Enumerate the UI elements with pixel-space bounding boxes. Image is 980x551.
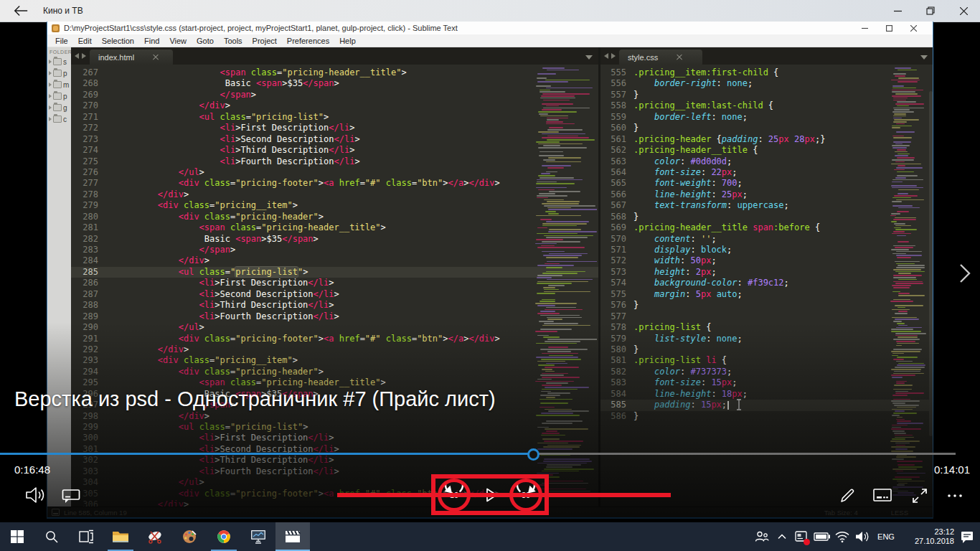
seek-bar[interactable] [0,453,956,455]
file-explorer-icon [112,529,129,544]
tab-close-icon[interactable] [153,55,159,60]
code-line: 572 width: 50px; [600,255,933,266]
tab-style-css[interactable]: style.css [619,50,702,65]
tab-overflow-icon[interactable] [920,55,928,60]
taskbar-start-button[interactable] [0,522,34,551]
tab-close-icon[interactable] [677,55,682,60]
code-line: 577 [600,311,933,322]
code-line: 561.pricing-header {padding: 25px 28px;} [600,134,933,145]
left-code-area[interactable]: 267 <span class="pricing-header__title">… [71,65,598,507]
expand-arrow-icon[interactable] [49,60,52,64]
code-line: 571 display: block; [600,245,933,255]
tray-notify-app-button[interactable] [793,522,811,551]
tray-chevron-up-button[interactable] [773,522,791,551]
tab-next-icon [82,53,86,59]
clock[interactable]: 23:12 27.10.2018 [901,527,954,546]
sublime-close-button[interactable] [901,22,925,34]
subtitles-button[interactable] [61,486,81,506]
code-line: 567 text-transform: uppercase; [600,200,933,211]
taskbar-chrome-button[interactable] [207,522,241,551]
expand-arrow-icon[interactable] [49,71,52,75]
taskbar-movies-tv-button[interactable] [275,522,310,551]
tray-tray-volume-button[interactable] [854,522,871,551]
code-line: 564 font-size: 22px; [600,167,933,178]
video-title: Верстка из psd - Одностраничник #7 (Прай… [14,387,496,411]
menu-file[interactable]: File [50,37,73,45]
code-line: 275 <li>Fourth Description</li> [71,156,598,167]
action-center-button[interactable] [958,522,976,551]
expand-arrow-icon[interactable] [49,94,52,98]
code-line: 563 color: #0d0d0d; [600,156,933,167]
taskbar-task-view-button[interactable] [69,522,103,551]
menu-project[interactable]: Project [248,37,282,45]
sublime-maximize-button[interactable] [877,22,901,34]
minimize-button[interactable] [881,0,914,22]
code-line: 281 <span class="pricing-header__title"> [71,222,598,233]
code-line: 286 <li>First Description</li> [71,278,598,288]
menu-preferences[interactable]: Preferences [282,37,334,45]
close-icon [960,7,968,15]
taskbar-photos-button[interactable] [241,522,275,551]
folder-item[interactable]: p [47,90,71,102]
left-tabstrip: index.html [71,47,598,65]
back-button[interactable] [9,2,33,19]
task-view-icon [78,529,94,544]
tray-people-button[interactable] [753,522,771,551]
taskbar-file-explorer-button[interactable] [103,522,138,551]
time-remaining: 0:14:01 [934,463,970,476]
folders-sidebar[interactable]: FOLDERS spmpgc [47,47,71,507]
folder-item[interactable]: s [47,56,71,67]
tab-index-html[interactable]: index.html [90,50,173,65]
right-code-area[interactable]: 555.pricing__item:first-child {556 borde… [600,65,933,507]
fullscreen-button[interactable] [910,486,930,506]
tab-overflow-icon[interactable] [585,55,593,60]
code-line: 270 </div> [71,100,598,111]
syntax-indicator[interactable]: LESS [891,509,908,517]
expand-arrow-icon[interactable] [49,83,52,87]
menu-edit[interactable]: Edit [73,37,97,45]
folder-item[interactable]: c [47,113,71,125]
close-button[interactable] [947,0,980,22]
menu-view[interactable]: View [164,37,192,45]
restore-button[interactable] [914,0,947,22]
expand-arrow-icon[interactable] [49,105,52,110]
menu-tools[interactable]: Tools [219,37,248,45]
folder-item[interactable]: m [47,79,71,90]
taskbar-paint-button[interactable] [172,522,207,551]
edit-button[interactable] [837,486,857,506]
code-line: 574 background-color: #f39c12; [600,278,933,288]
tab-nav-arrows[interactable] [600,47,619,65]
code-line: 267 <span class="pricing-header__title"> [71,67,598,78]
code-line: 284 </div> [71,255,598,266]
taskbar-search-button[interactable] [34,522,69,551]
tab-prev-icon [604,53,608,59]
left-minimap[interactable] [535,65,597,507]
language-indicator[interactable]: ENG [875,532,897,541]
more-button[interactable] [945,486,965,506]
tab-nav-arrows[interactable] [71,47,90,65]
menu-find[interactable]: Find [139,37,164,45]
folder-icon [53,93,62,100]
tab-size-indicator[interactable]: Tab Size: 4 [824,509,858,517]
right-minimap[interactable] [890,65,928,507]
mini-player-button[interactable] [872,486,893,506]
code-line: 283 </span> [71,245,598,255]
sublime-logo-icon [52,24,60,32]
taskbar-snipping-tool-button[interactable] [138,522,172,551]
menu-help[interactable]: Help [334,37,361,45]
sublime-minimize-button[interactable] [852,22,877,34]
folder-item[interactable]: p [47,67,71,79]
next-video-button[interactable] [957,263,973,284]
tray-battery-button[interactable] [814,522,831,551]
seek-knob[interactable] [527,448,540,461]
folder-item[interactable]: g [47,102,71,113]
right-scrollbar[interactable] [929,65,933,507]
app-window-controls [881,0,980,22]
menu-selection[interactable]: Selection [97,37,139,45]
expand-arrow-icon[interactable] [49,117,52,121]
menu-goto[interactable]: Goto [192,37,219,45]
tray-wifi-button[interactable] [834,522,851,551]
code-line: 562.pricing-header__title { [600,145,933,156]
volume-button[interactable] [24,484,46,506]
sublime-titlebar: D:\myProjectStart1\css\style.css (start-… [47,22,933,34]
